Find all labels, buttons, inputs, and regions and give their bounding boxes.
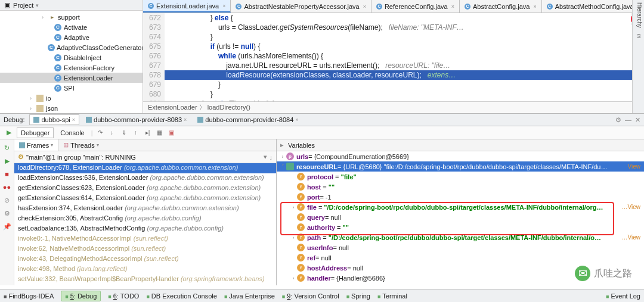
code-line[interactable]: } catch (Throwable t) { [165, 99, 644, 101]
view-link[interactable]: …View [622, 234, 641, 241]
editor-tab[interactable]: CExtensionLoader.java× [143, 0, 231, 13]
console-tab[interactable]: Console [56, 127, 88, 138]
stack-frame[interactable]: setValue:332, BeanWrapperImpl$BeanProper… [14, 275, 276, 285]
run-to-cursor-icon[interactable]: ▸| [143, 128, 153, 138]
close-icon[interactable]: × [184, 117, 187, 123]
close-icon[interactable]: × [451, 4, 454, 10]
code-line[interactable]: } else { [165, 13, 644, 23]
stack-frame[interactable]: invoke:62, NativeMethodAccessorImpl (sun… [14, 244, 276, 254]
stack-frame[interactable]: getExtensionClasses:614, ExtensionLoader… [14, 194, 276, 204]
view-link[interactable]: …View [622, 204, 641, 210]
stack-frame[interactable]: invoke:43, DelegatingMethodAccessorImpl … [14, 254, 276, 264]
variable-row[interactable]: ˅resourceURL = {URL@5680} "file:/D:/code… [277, 161, 644, 172]
force-step-into-icon[interactable]: ⇓ [119, 128, 129, 138]
stack-frame[interactable]: invoke0:-1, NativeMethodAccessorImpl (su… [14, 234, 276, 244]
toolwindow-button[interactable]: FindBugs-IDEA [4, 292, 54, 300]
resume-button[interactable] [4, 128, 14, 138]
close-icon[interactable]: × [533, 4, 536, 10]
tree-item[interactable]: CActivate [0, 22, 143, 32]
resume-icon[interactable]: ▶ [2, 156, 12, 166]
variable-row[interactable]: fquery = null [277, 212, 644, 222]
close-icon[interactable]: × [363, 4, 366, 10]
tree-item[interactable]: CSPI [0, 83, 143, 93]
code-line[interactable]: urls = ClassLoader.getSystemResources(fi… [165, 23, 644, 32]
variable-row[interactable]: fport = -1 [277, 192, 644, 202]
tree-item[interactable]: ›json [0, 103, 143, 113]
stack-frame[interactable]: setLoadbalance:135, AbstractMethodConfig… [14, 224, 276, 234]
code-line[interactable]: } [165, 32, 644, 42]
close-icon[interactable]: ✕ [635, 116, 640, 124]
minimize-icon[interactable]: — [625, 116, 631, 124]
tree-item[interactable]: CExtensionLoader [0, 73, 143, 83]
stack-frame[interactable]: invoke:498, Method (java.lang.reflect) [14, 264, 276, 275]
stack-frame[interactable]: loadExtensionClasses:636, ExtensionLoade… [14, 173, 276, 183]
settings-icon[interactable]: ⚙ [2, 208, 12, 218]
step-out-icon[interactable]: ↑ [131, 128, 141, 138]
mute-breakpoints-icon[interactable]: ⊘ [2, 195, 12, 205]
stop-icon[interactable]: ■ [2, 169, 12, 179]
step-into-icon[interactable]: ↓ [107, 128, 117, 138]
variable-row[interactable]: fhost = "" [277, 182, 644, 192]
toolwindow-button[interactable]: DB Execution Console [146, 292, 217, 300]
pin-icon[interactable]: 📌 [2, 222, 12, 231]
toolwindow-button[interactable]: Spring [346, 292, 370, 300]
project-header[interactable]: ▣ Project ▾ [0, 0, 143, 11]
debug-config-tab[interactable]: dubbo-spi× [29, 114, 79, 125]
step-over-icon[interactable]: ↷ [95, 128, 105, 138]
editor-tab[interactable]: CAbstractConfig.java× [460, 0, 542, 13]
debug-config-tab[interactable]: dubbo-common-provider-8084× [193, 114, 302, 125]
settings-icon[interactable]: ⚙ [615, 116, 621, 124]
code-line[interactable]: java.net.URL resourceURL = urls.nextElem… [165, 61, 644, 70]
variable-row[interactable]: ›fpath = "/D:/code/spring-boot/rpc/dubbo… [277, 232, 644, 242]
tree-item[interactable]: CDisableInject [0, 52, 143, 63]
expand-icon[interactable]: › [290, 235, 297, 241]
close-icon[interactable]: × [72, 117, 75, 123]
editor-tab[interactable]: CAbstractNestablePropertyAccessor.java× [231, 0, 371, 13]
toolwindow-button[interactable]: 5: Debug [61, 291, 101, 301]
editor-tab[interactable]: CReferenceConfig.java× [371, 0, 460, 13]
stack-frame[interactable]: hasExtension:374, ExtensionLoader (org.a… [14, 204, 276, 214]
stack-frame[interactable]: checkExtension:305, AbstractConfig (org.… [14, 214, 276, 224]
thread-selector[interactable]: "main"@1 in group "main": RUNNING ▾ ↓ [14, 151, 276, 163]
debugger-tab[interactable]: Debugger [17, 127, 54, 138]
tree-item[interactable]: ›io [0, 93, 143, 103]
expand-icon[interactable]: ˅ [279, 164, 286, 170]
close-icon[interactable]: × [295, 117, 298, 123]
code-line[interactable]: if (urls != null) { [165, 42, 644, 51]
tree-item[interactable]: CAdaptive [0, 32, 143, 42]
debug-config-tab[interactable]: dubbo-common-provider-8083× [82, 114, 191, 125]
trace-icon[interactable]: ▣ [167, 128, 177, 138]
stack-frame[interactable]: loadDirectory:678, ExtensionLoader (org.… [14, 163, 276, 173]
expand-icon[interactable]: › [290, 204, 297, 210]
editor-tab[interactable]: CAbstractMethodConfig.java× [542, 0, 644, 13]
tree-item[interactable]: ›support [0, 12, 143, 22]
tree-item[interactable]: CAdaptiveClassCodeGenerator [0, 42, 143, 52]
right-toolbar[interactable]: Hierarchy m [632, 0, 644, 113]
hierarchy-tab[interactable]: Hierarchy [634, 2, 643, 28]
toolwindow-button[interactable]: Event Log [606, 292, 640, 300]
variable-row[interactable]: fuserInfo = null [277, 242, 644, 253]
toolwindow-button[interactable]: Terminal [377, 292, 407, 300]
tree-item[interactable]: CExtensionFactory [0, 63, 143, 73]
code-line[interactable]: } [165, 80, 644, 89]
variable-row[interactable]: fauthority = "" [277, 222, 644, 232]
code-editor[interactable]: 672673674675676677678679680681 } else { … [143, 13, 644, 101]
breakpoints-icon[interactable]: ●● [2, 182, 12, 192]
expand-icon[interactable]: › [279, 154, 286, 160]
toolwindow-button[interactable]: 9: Version Control [282, 292, 339, 300]
threads-tab[interactable]: ⊞Threads▾ [58, 139, 103, 151]
toolwindow-button[interactable]: 6: TODO [108, 292, 139, 300]
variable-row[interactable]: fref = null [277, 253, 644, 263]
toolwindow-button[interactable]: Java Enterprise [224, 292, 275, 300]
variable-row[interactable]: ›ffile = "/D:/code/spring-boot/rpc/dubbo… [277, 202, 644, 212]
breadcrumb[interactable]: ExtensionLoader 〉 loadDirectory() [143, 101, 644, 113]
code-line[interactable]: } [165, 89, 644, 99]
frames-tab[interactable]: Frames▾ [14, 139, 58, 151]
stack-frame[interactable]: getExtensionClasses:623, ExtensionLoader… [14, 183, 276, 194]
code-line[interactable]: while (urls.hasMoreElements()) { [165, 51, 644, 61]
variable-row[interactable]: fprotocol = "file" [277, 172, 644, 182]
rerun-icon[interactable]: ↻ [2, 143, 12, 152]
code-line[interactable]: loadResource(extensionClasses, classLoad… [165, 70, 644, 80]
expand-icon[interactable]: › [290, 275, 297, 281]
view-link[interactable]: View [628, 163, 641, 170]
